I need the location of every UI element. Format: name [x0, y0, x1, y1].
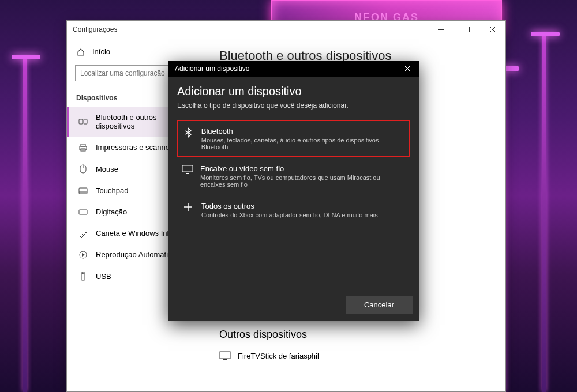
- svg-rect-21: [182, 165, 193, 172]
- close-icon: [490, 27, 496, 32]
- nav-label: Touchpad: [96, 186, 128, 195]
- nav-label: Digitação: [96, 208, 127, 216]
- nav-label: Reprodução Automática: [96, 250, 176, 259]
- plus-icon: [182, 202, 194, 218]
- search-placeholder: Localizar uma configuração: [80, 69, 165, 77]
- option-desc: Controles do Xbox com adaptador sem fio,…: [201, 212, 378, 218]
- option-title: Bluetooth: [201, 127, 406, 135]
- autoplay-icon: [78, 251, 88, 259]
- device-option-bluetooth[interactable]: BluetoothMouses, teclados, canetas, áudi…: [177, 120, 410, 157]
- svg-rect-10: [79, 188, 87, 194]
- pen-icon: [78, 229, 88, 238]
- device-row[interactable]: FireTVStick de fariasphil: [219, 348, 492, 364]
- device-option-plus[interactable]: Todos os outrosControles do Xbox com ada…: [177, 195, 410, 225]
- close-button[interactable]: [479, 21, 505, 38]
- option-desc: Mouses, teclados, canetas, áudio e outro…: [201, 137, 406, 150]
- window-title: Configurações: [73, 25, 117, 33]
- keyboard-icon: [78, 209, 88, 215]
- maximize-icon: [464, 27, 470, 32]
- other-devices-heading: Outros dispositivos: [219, 329, 492, 341]
- nav-label: USB: [96, 272, 111, 281]
- window-controls: [428, 21, 505, 38]
- bluetooth-icon: [182, 127, 194, 150]
- cancel-button[interactable]: Cancelar: [346, 296, 413, 314]
- maximize-button[interactable]: [454, 21, 479, 38]
- add-device-dialog: Adicionar um dispositivo Adicionar um di…: [168, 61, 419, 321]
- svg-rect-17: [81, 274, 85, 280]
- monitor-icon: [182, 164, 193, 188]
- svg-rect-18: [82, 272, 84, 274]
- svg-rect-19: [220, 352, 230, 359]
- nav-label: Impressoras e scanners: [96, 143, 176, 152]
- svg-rect-0: [438, 29, 444, 30]
- svg-rect-6: [81, 144, 85, 146]
- nav-label: Caneta e Windows Ink: [96, 229, 171, 238]
- home-nav[interactable]: Início: [67, 43, 205, 61]
- svg-rect-12: [79, 210, 87, 214]
- nav-label: Mouse: [96, 165, 118, 174]
- dialog-title: Adicionar um dispositivo: [175, 65, 249, 73]
- close-icon: [404, 66, 410, 71]
- svg-rect-20: [223, 359, 227, 360]
- street-light: [12, 55, 40, 59]
- dialog-heading: Adicionar um dispositivo: [177, 85, 410, 98]
- device-name: FireTVStick de fariasphil: [238, 352, 319, 360]
- touchpad-icon: [78, 187, 88, 194]
- minimize-icon: [438, 29, 444, 30]
- mouse-icon: [78, 164, 88, 174]
- home-icon: [76, 48, 85, 56]
- svg-rect-3: [79, 119, 83, 124]
- device-option-monitor[interactable]: Encaixe ou vídeo sem fioMonitores sem fi…: [177, 157, 410, 195]
- printer-icon: [78, 144, 88, 152]
- svg-rect-4: [84, 119, 87, 124]
- light-pole: [23, 58, 27, 392]
- svg-rect-1: [464, 27, 469, 32]
- minimize-button[interactable]: [428, 21, 454, 38]
- window-titlebar: Configurações: [67, 21, 505, 38]
- monitor-icon: [219, 351, 231, 360]
- home-label: Início: [92, 47, 110, 56]
- dialog-titlebar: Adicionar um dispositivo: [168, 61, 419, 77]
- light-pole: [542, 35, 546, 392]
- bluetooth-devices-icon: [78, 118, 88, 126]
- dialog-close-button[interactable]: [395, 61, 419, 77]
- street-light: [531, 32, 560, 36]
- dialog-subtitle: Escolha o tipo de dispositivo que você d…: [177, 101, 410, 110]
- usb-icon: [78, 272, 88, 281]
- option-desc: Monitores sem fio, TVs ou computadores q…: [200, 174, 406, 188]
- option-title: Encaixe ou vídeo sem fio: [200, 164, 406, 173]
- option-title: Todos os outros: [201, 202, 378, 210]
